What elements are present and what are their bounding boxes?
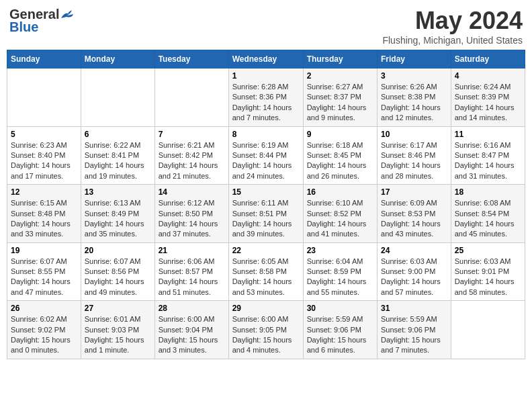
calendar-cell: 12Sunrise: 6:15 AM Sunset: 8:48 PM Dayli… (7, 185, 81, 243)
calendar-cell (81, 68, 154, 127)
day-info: Sunrise: 6:24 AM Sunset: 8:39 PM Dayligh… (455, 82, 521, 124)
day-info: Sunrise: 6:26 AM Sunset: 8:38 PM Dayligh… (381, 82, 447, 124)
day-number: 5 (11, 130, 77, 139)
day-number: 25 (455, 246, 521, 255)
calendar-cell: 27Sunrise: 6:01 AM Sunset: 9:03 PM Dayli… (81, 301, 154, 359)
day-number: 10 (381, 130, 447, 139)
day-info: Sunrise: 6:19 AM Sunset: 8:44 PM Dayligh… (232, 140, 300, 182)
day-number: 2 (307, 71, 373, 81)
day-number: 8 (232, 130, 300, 139)
calendar-cell: 13Sunrise: 6:13 AM Sunset: 8:49 PM Dayli… (81, 185, 154, 243)
calendar-cell: 8Sunrise: 6:19 AM Sunset: 8:44 PM Daylig… (228, 126, 303, 185)
page-header: General Blue May 2024 Flushing, Michigan… (7, 7, 525, 46)
day-number: 22 (232, 246, 300, 255)
location-text: Flushing, Michigan, United States (382, 35, 523, 46)
day-info: Sunrise: 6:00 AM Sunset: 9:04 PM Dayligh… (159, 314, 225, 356)
day-number: 21 (159, 246, 225, 255)
calendar-cell: 18Sunrise: 6:08 AM Sunset: 8:54 PM Dayli… (451, 185, 525, 243)
calendar-cell: 5Sunrise: 6:23 AM Sunset: 8:40 PM Daylig… (7, 126, 81, 185)
day-info: Sunrise: 6:03 AM Sunset: 9:01 PM Dayligh… (455, 257, 521, 298)
calendar-cell: 16Sunrise: 6:10 AM Sunset: 8:52 PM Dayli… (303, 185, 377, 243)
day-info: Sunrise: 6:28 AM Sunset: 8:36 PM Dayligh… (232, 82, 300, 124)
day-info: Sunrise: 6:23 AM Sunset: 8:40 PM Dayligh… (11, 140, 77, 182)
day-number: 20 (85, 246, 151, 255)
day-info: Sunrise: 6:16 AM Sunset: 8:47 PM Dayligh… (455, 140, 521, 182)
day-info: Sunrise: 6:22 AM Sunset: 8:41 PM Dayligh… (85, 140, 151, 182)
day-info: Sunrise: 6:13 AM Sunset: 8:49 PM Dayligh… (85, 198, 151, 240)
month-title: May 2024 (382, 7, 523, 35)
day-number: 12 (11, 187, 77, 197)
calendar-cell: 23Sunrise: 6:04 AM Sunset: 8:59 PM Dayli… (303, 242, 377, 301)
day-number: 11 (455, 130, 521, 139)
day-info: Sunrise: 6:02 AM Sunset: 9:02 PM Dayligh… (11, 314, 77, 356)
calendar-header: SundayMondayTuesdayWednesdayThursdayFrid… (7, 50, 525, 68)
calendar-cell (7, 68, 81, 127)
calendar-cell: 26Sunrise: 6:02 AM Sunset: 9:02 PM Dayli… (7, 301, 81, 359)
day-number: 28 (159, 304, 225, 313)
day-info: Sunrise: 6:01 AM Sunset: 9:03 PM Dayligh… (85, 314, 151, 356)
day-number: 24 (381, 246, 447, 255)
day-number: 15 (232, 187, 300, 197)
day-number: 13 (85, 187, 151, 197)
day-number: 23 (307, 246, 373, 255)
day-number: 7 (159, 130, 225, 139)
calendar-cell: 10Sunrise: 6:17 AM Sunset: 8:46 PM Dayli… (378, 126, 451, 185)
day-info: Sunrise: 6:27 AM Sunset: 8:37 PM Dayligh… (307, 82, 373, 124)
day-info: Sunrise: 6:06 AM Sunset: 8:57 PM Dayligh… (159, 257, 225, 298)
day-info: Sunrise: 6:00 AM Sunset: 9:05 PM Dayligh… (232, 314, 300, 356)
day-number: 6 (85, 130, 151, 139)
day-info: Sunrise: 5:59 AM Sunset: 9:06 PM Dayligh… (381, 314, 447, 356)
weekday-header-saturday: Saturday (451, 50, 525, 68)
calendar-cell: 24Sunrise: 6:03 AM Sunset: 9:00 PM Dayli… (378, 242, 451, 301)
day-info: Sunrise: 6:04 AM Sunset: 8:59 PM Dayligh… (307, 257, 373, 298)
day-info: Sunrise: 6:08 AM Sunset: 8:54 PM Dayligh… (455, 198, 521, 240)
calendar-cell: 3Sunrise: 6:26 AM Sunset: 8:38 PM Daylig… (378, 68, 451, 127)
weekday-header-thursday: Thursday (303, 50, 377, 68)
day-info: Sunrise: 6:15 AM Sunset: 8:48 PM Dayligh… (11, 198, 77, 240)
calendar-cell: 25Sunrise: 6:03 AM Sunset: 9:01 PM Dayli… (451, 242, 525, 301)
calendar-cell (154, 68, 228, 127)
calendar-cell: 14Sunrise: 6:12 AM Sunset: 8:50 PM Dayli… (154, 185, 228, 243)
day-number: 31 (381, 304, 447, 313)
day-number: 19 (11, 246, 77, 255)
calendar-cell: 22Sunrise: 6:05 AM Sunset: 8:58 PM Dayli… (228, 242, 303, 301)
day-number: 14 (159, 187, 225, 197)
weekday-header-tuesday: Tuesday (154, 50, 228, 68)
day-info: Sunrise: 6:21 AM Sunset: 8:42 PM Dayligh… (159, 140, 225, 182)
day-number: 30 (307, 304, 373, 313)
day-info: Sunrise: 6:03 AM Sunset: 9:00 PM Dayligh… (381, 257, 447, 298)
day-number: 17 (381, 187, 447, 197)
day-number: 1 (232, 71, 300, 81)
day-number: 29 (232, 304, 300, 313)
day-number: 4 (455, 71, 521, 81)
calendar-cell: 4Sunrise: 6:24 AM Sunset: 8:39 PM Daylig… (451, 68, 525, 127)
calendar-cell: 30Sunrise: 5:59 AM Sunset: 9:06 PM Dayli… (303, 301, 377, 359)
weekday-header-friday: Friday (378, 50, 451, 68)
calendar-cell: 20Sunrise: 6:07 AM Sunset: 8:56 PM Dayli… (81, 242, 154, 301)
day-info: Sunrise: 6:07 AM Sunset: 8:56 PM Dayligh… (85, 257, 151, 298)
calendar-cell: 9Sunrise: 6:18 AM Sunset: 8:45 PM Daylig… (303, 126, 377, 185)
day-info: Sunrise: 6:09 AM Sunset: 8:53 PM Dayligh… (381, 198, 447, 240)
logo-blue-text: Blue (9, 19, 38, 35)
day-number: 18 (455, 187, 521, 197)
calendar-cell: 11Sunrise: 6:16 AM Sunset: 8:47 PM Dayli… (451, 126, 525, 185)
day-info: Sunrise: 6:18 AM Sunset: 8:45 PM Dayligh… (307, 140, 373, 182)
calendar-cell: 1Sunrise: 6:28 AM Sunset: 8:36 PM Daylig… (228, 68, 303, 127)
title-area: May 2024 Flushing, Michigan, United Stat… (382, 7, 523, 46)
calendar-cell: 6Sunrise: 6:22 AM Sunset: 8:41 PM Daylig… (81, 126, 154, 185)
day-number: 26 (11, 304, 77, 313)
day-info: Sunrise: 6:10 AM Sunset: 8:52 PM Dayligh… (307, 198, 373, 240)
day-number: 27 (85, 304, 151, 313)
day-number: 3 (381, 71, 447, 81)
calendar-cell: 7Sunrise: 6:21 AM Sunset: 8:42 PM Daylig… (154, 126, 228, 185)
calendar-cell: 19Sunrise: 6:07 AM Sunset: 8:55 PM Dayli… (7, 242, 81, 301)
weekday-header-wednesday: Wednesday (228, 50, 303, 68)
day-number: 16 (307, 187, 373, 197)
day-info: Sunrise: 6:11 AM Sunset: 8:51 PM Dayligh… (232, 198, 300, 240)
calendar-cell: 2Sunrise: 6:27 AM Sunset: 8:37 PM Daylig… (303, 68, 377, 127)
calendar-cell: 15Sunrise: 6:11 AM Sunset: 8:51 PM Dayli… (228, 185, 303, 243)
day-info: Sunrise: 6:07 AM Sunset: 8:55 PM Dayligh… (11, 257, 77, 298)
logo: General Blue (9, 7, 75, 35)
calendar-cell (451, 301, 525, 359)
calendar-cell: 17Sunrise: 6:09 AM Sunset: 8:53 PM Dayli… (378, 185, 451, 243)
